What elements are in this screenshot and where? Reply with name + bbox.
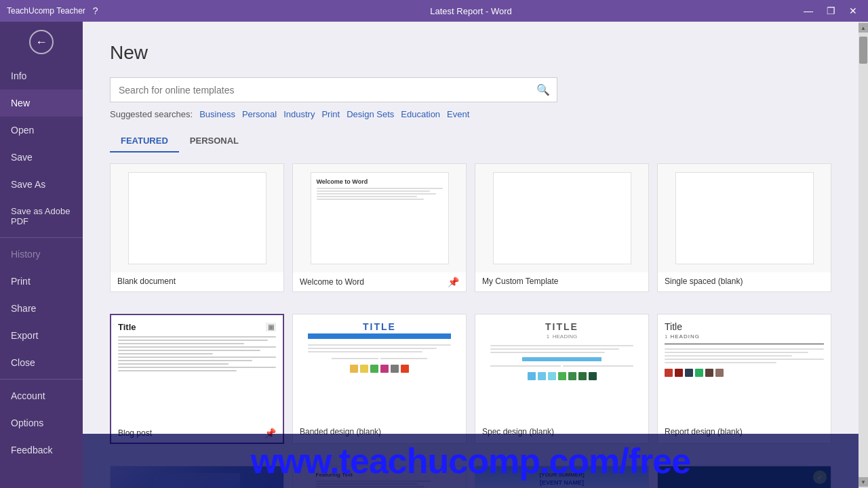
partial-event-thumb: [YOUR SUMMER] [EVENT NAME] bbox=[475, 466, 648, 488]
blog-icon: ▣ bbox=[266, 323, 276, 331]
template-custom-label: My Custom Template bbox=[475, 272, 648, 290]
blog-pin-icon: 📌 bbox=[264, 428, 276, 439]
sidebar-item-save-as[interactable]: Save As bbox=[0, 171, 83, 198]
sidebar-item-print[interactable]: Print bbox=[0, 268, 83, 295]
banded-center-lines bbox=[332, 358, 427, 359]
help-button[interactable]: ? bbox=[90, 4, 102, 18]
template-banded-label: Banded design (blank) bbox=[293, 423, 466, 441]
sidebar-item-export[interactable]: Export bbox=[0, 322, 83, 349]
template-grid-row3: Featuring Text [YOUR SUMMER] [EVENT NAME… bbox=[110, 466, 831, 488]
back-circle-icon: ← bbox=[29, 30, 54, 54]
sidebar-item-options[interactable]: Options bbox=[0, 409, 83, 436]
spec-center-bar bbox=[522, 357, 602, 361]
template-dark[interactable]: ✓ bbox=[657, 466, 831, 488]
sidebar: ← Info New Open Save Save As Save as Ado… bbox=[0, 22, 83, 488]
suggested-print[interactable]: Print bbox=[321, 109, 340, 119]
template-event[interactable]: [YOUR SUMMER] [EVENT NAME] bbox=[475, 466, 649, 488]
template-blank-label: Blank document bbox=[111, 272, 283, 290]
template-report-thumb: Title 1 Heading bbox=[658, 314, 831, 423]
titlebar: TeachUcomp Teacher ? Latest Report - Wor… bbox=[0, 0, 868, 22]
template-banded-thumb: TITLE bbox=[293, 314, 466, 423]
sidebar-item-new[interactable]: New bbox=[0, 89, 83, 117]
template-plain2[interactable]: Featuring Text bbox=[292, 466, 467, 488]
partial-dark-thumb: ✓ bbox=[658, 466, 831, 488]
suggested-event[interactable]: Event bbox=[447, 109, 469, 119]
template-single[interactable]: Single spaced (blank) bbox=[657, 163, 831, 292]
content-inner: New 🔍 Suggested searches: Business Perso… bbox=[83, 22, 859, 488]
template-blank[interactable]: Blank document bbox=[110, 163, 284, 292]
restore-button[interactable]: ❐ bbox=[823, 4, 840, 18]
sidebar-item-close[interactable]: Close bbox=[0, 349, 83, 376]
banded-preview: TITLE bbox=[293, 314, 466, 423]
tab-featured[interactable]: FEATURED bbox=[110, 130, 179, 152]
template-custom[interactable]: My Custom Template bbox=[475, 163, 649, 292]
template-blog[interactable]: Title ▣ bbox=[110, 314, 284, 444]
titlebar-title: Latest Report - Word bbox=[142, 6, 800, 16]
partial-plain2-thumb: Featuring Text bbox=[293, 466, 466, 488]
suggested-personal[interactable]: Personal bbox=[242, 109, 277, 119]
spec-color-swatches bbox=[528, 372, 597, 380]
suggested-design-sets[interactable]: Design Sets bbox=[347, 109, 394, 119]
template-report[interactable]: Title 1 Heading bbox=[657, 314, 831, 444]
template-banded[interactable]: TITLE bbox=[292, 314, 467, 444]
sidebar-item-save-as-pdf[interactable]: Save as Adobe PDF bbox=[0, 198, 83, 235]
partial-photo-thumb bbox=[111, 466, 283, 488]
suggested-industry[interactable]: Industry bbox=[283, 109, 315, 119]
template-grid-row1: Blank document Welcome to Word bbox=[110, 163, 831, 306]
sidebar-divider-1 bbox=[0, 237, 83, 238]
scrollbar-track: ▲ ▼ bbox=[859, 22, 868, 488]
suggested-label: Suggested searches: bbox=[110, 109, 193, 119]
scrollbar-down-button[interactable]: ▼ bbox=[859, 477, 868, 487]
welcome-preview: Welcome to Word bbox=[311, 172, 449, 264]
scrollbar-thumb[interactable] bbox=[859, 37, 867, 64]
report-color-swatches bbox=[665, 369, 824, 377]
scrollbar-up-button[interactable]: ▲ bbox=[859, 23, 868, 33]
user-name: TeachUcomp Teacher bbox=[7, 6, 85, 16]
back-button[interactable]: ← bbox=[0, 22, 83, 62]
template-report-label: Report design (blank) bbox=[658, 423, 831, 441]
sidebar-item-feedback[interactable]: Feedback bbox=[0, 436, 83, 464]
banded-bar bbox=[308, 333, 452, 339]
template-grid-row2: Title ▣ bbox=[110, 314, 831, 458]
sidebar-item-info[interactable]: Info bbox=[0, 62, 83, 89]
page-title: New bbox=[110, 42, 831, 64]
template-welcome[interactable]: Welcome to Word Welcome to Word bbox=[292, 163, 467, 292]
template-single-label: Single spaced (blank) bbox=[658, 272, 831, 290]
custom-preview bbox=[493, 172, 631, 264]
sidebar-item-history: History bbox=[0, 241, 83, 268]
template-photo[interactable] bbox=[110, 466, 284, 488]
photo-placeholder bbox=[154, 473, 241, 488]
sidebar-item-share[interactable]: Share bbox=[0, 295, 83, 322]
search-button[interactable]: 🔍 bbox=[530, 78, 557, 102]
dark-icon: ✓ bbox=[813, 470, 827, 484]
tab-personal[interactable]: PERSONAL bbox=[179, 130, 250, 152]
search-input[interactable] bbox=[111, 79, 530, 101]
template-spec[interactable]: TITLE 1 HEADING bbox=[475, 314, 649, 444]
close-button[interactable]: ✕ bbox=[845, 4, 861, 18]
template-welcome-label: Welcome to Word 📌 bbox=[293, 272, 466, 291]
minimize-button[interactable]: — bbox=[800, 4, 817, 18]
sidebar-item-open[interactable]: Open bbox=[0, 117, 83, 144]
template-spec-label: Spec design (blank) bbox=[475, 423, 648, 441]
sidebar-divider-2 bbox=[0, 379, 83, 380]
suggested-searches: Suggested searches: Business Personal In… bbox=[110, 109, 831, 119]
template-single-thumb bbox=[658, 164, 831, 272]
sidebar-item-save[interactable]: Save bbox=[0, 144, 83, 171]
suggested-business[interactable]: Business bbox=[199, 109, 235, 119]
content-area: New 🔍 Suggested searches: Business Perso… bbox=[83, 22, 859, 488]
dark-content: ✓ bbox=[658, 466, 831, 488]
spec-preview: TITLE 1 HEADING bbox=[475, 314, 648, 423]
main-layout: ← Info New Open Save Save As Save as Ado… bbox=[0, 22, 868, 488]
blank-doc-preview bbox=[128, 172, 267, 264]
banded-color-swatches bbox=[350, 365, 409, 373]
template-spec-thumb: TITLE 1 HEADING bbox=[475, 314, 648, 423]
suggested-education[interactable]: Education bbox=[401, 109, 440, 119]
blog-preview: Title ▣ bbox=[111, 315, 283, 424]
template-welcome-thumb: Welcome to Word bbox=[293, 164, 466, 272]
sidebar-item-account[interactable]: Account bbox=[0, 382, 83, 409]
report-preview: Title 1 Heading bbox=[658, 314, 831, 423]
pin-icon: 📌 bbox=[448, 277, 459, 287]
template-blog-label: Blog post 📌 bbox=[111, 424, 283, 443]
template-custom-thumb bbox=[475, 164, 648, 272]
plain2-content: Featuring Text bbox=[311, 466, 449, 488]
